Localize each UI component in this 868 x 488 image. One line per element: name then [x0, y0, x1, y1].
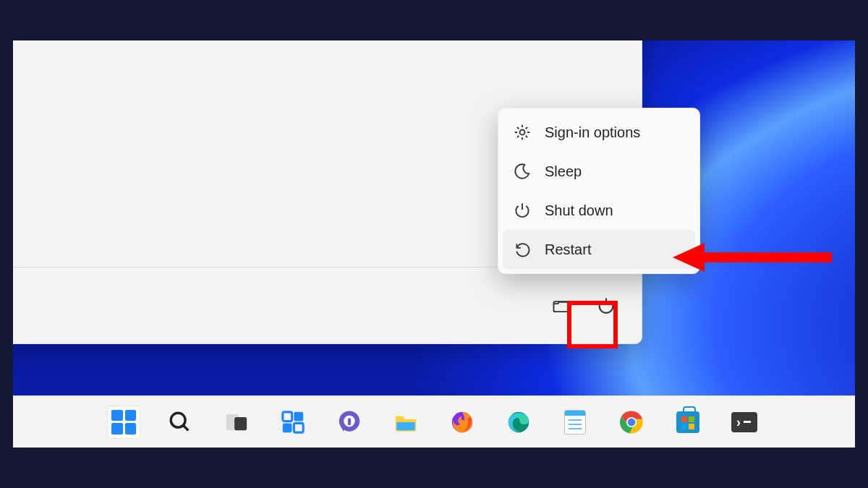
- letterbox-bottom: [0, 448, 868, 488]
- chrome-button[interactable]: [616, 406, 647, 438]
- folder-open-icon: [551, 296, 571, 316]
- notepad-icon: [564, 410, 586, 435]
- menu-item-label: Sign-in options: [545, 124, 640, 141]
- terminal-button[interactable]: [728, 406, 760, 438]
- widgets-icon: [281, 410, 305, 435]
- firefox-icon: [450, 410, 475, 435]
- terminal-icon: [731, 412, 757, 432]
- svg-point-1: [520, 130, 525, 135]
- windows-icon: [111, 410, 136, 435]
- folder-icon: [393, 410, 418, 435]
- start-menu-footer: [13, 267, 642, 343]
- svg-rect-5: [234, 416, 247, 429]
- ms-store-button[interactable]: [672, 406, 704, 438]
- search-button[interactable]: [164, 406, 196, 438]
- restart-icon: [513, 240, 532, 259]
- store-icon: [676, 411, 699, 433]
- menu-item-label: Shut down: [545, 202, 613, 219]
- gear-icon: [513, 123, 532, 142]
- task-view-icon: [224, 410, 249, 435]
- task-view-button[interactable]: [221, 406, 252, 438]
- search-icon: [168, 410, 192, 435]
- svg-rect-9: [294, 423, 303, 432]
- svg-rect-13: [396, 422, 415, 430]
- menu-item-signin-options[interactable]: Sign-in options: [503, 113, 695, 152]
- edge-icon: [506, 410, 531, 435]
- teams-chat-button[interactable]: [333, 406, 365, 438]
- desktop-wallpaper: Sign-in options Sleep Shut down Restart: [13, 40, 855, 448]
- menu-item-label: Restart: [545, 241, 591, 258]
- letterbox-top: [0, 0, 868, 40]
- svg-point-3: [171, 413, 185, 427]
- firefox-button[interactable]: [446, 406, 478, 438]
- all-apps-folder-button[interactable]: [542, 286, 581, 325]
- svg-rect-7: [294, 411, 303, 421]
- notepad-button[interactable]: [559, 406, 591, 438]
- start-button[interactable]: [108, 406, 140, 438]
- svg-point-18: [628, 418, 636, 426]
- svg-rect-8: [283, 423, 292, 432]
- menu-item-shut-down[interactable]: Shut down: [503, 191, 695, 230]
- file-explorer-button[interactable]: [390, 406, 422, 438]
- taskbar: [13, 395, 855, 448]
- power-icon: [596, 296, 616, 316]
- menu-item-label: Sleep: [545, 163, 582, 180]
- menu-item-sleep[interactable]: Sleep: [503, 152, 695, 191]
- svg-rect-12: [348, 418, 351, 425]
- power-icon: [513, 201, 532, 220]
- edge-button[interactable]: [503, 406, 535, 438]
- menu-item-restart[interactable]: Restart: [503, 230, 695, 269]
- power-button[interactable]: [587, 286, 626, 325]
- widgets-button[interactable]: [277, 406, 309, 438]
- chrome-icon: [619, 410, 644, 435]
- svg-rect-6: [283, 411, 292, 421]
- moon-icon: [513, 162, 532, 181]
- power-menu: Sign-in options Sleep Shut down Restart: [498, 108, 700, 274]
- chat-icon: [337, 410, 362, 435]
